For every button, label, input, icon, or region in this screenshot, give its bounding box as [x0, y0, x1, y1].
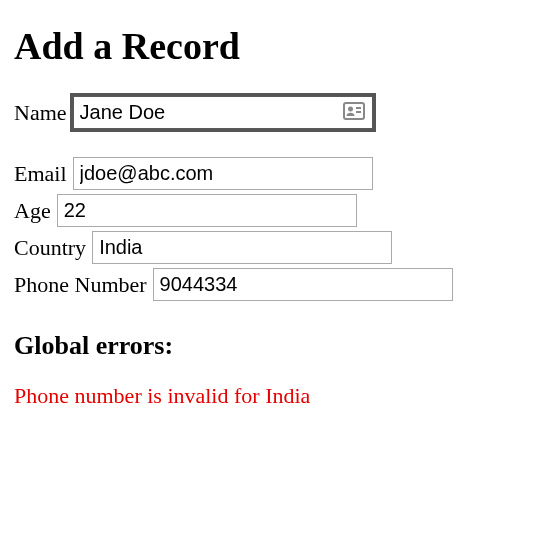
age-label: Age	[14, 198, 51, 224]
field-age: Age	[14, 194, 542, 227]
name-label: Name	[14, 100, 67, 126]
global-errors-heading: Global errors:	[14, 331, 542, 361]
country-label: Country	[14, 235, 86, 261]
email-input[interactable]	[73, 157, 373, 190]
field-name: Name	[14, 96, 542, 129]
email-label: Email	[14, 161, 67, 187]
error-message: Phone number is invalid for India	[14, 383, 542, 409]
add-record-form: Add a Record Name Email Age Country	[0, 0, 556, 409]
page-title: Add a Record	[14, 24, 542, 68]
phone-label: Phone Number	[14, 272, 147, 298]
phone-input[interactable]	[153, 268, 453, 301]
field-phone: Phone Number	[14, 268, 542, 301]
field-country: Country	[14, 231, 542, 264]
name-input[interactable]	[73, 96, 373, 129]
field-email: Email	[14, 157, 542, 190]
age-input[interactable]	[57, 194, 357, 227]
country-input[interactable]	[92, 231, 392, 264]
